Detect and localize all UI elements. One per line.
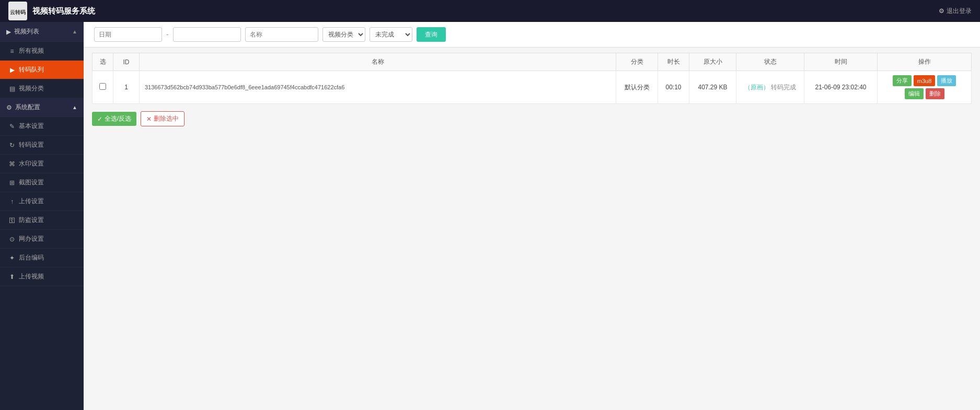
col-id: ID [113, 53, 140, 71]
config-icon: ⚙ [6, 104, 12, 111]
category-select[interactable]: 视频分类 默认分类 [322, 27, 365, 42]
sidebar-group-system-config[interactable]: ⚙ 系统配置 ▲ [0, 98, 84, 117]
sidebar-item-label: 防盗设置 [19, 216, 44, 225]
sidebar-item-network-settings[interactable]: ⊙ 网办设置 [0, 230, 84, 249]
col-action: 操作 [878, 53, 972, 71]
sidebar-item-backend-encoding[interactable]: ✦ 后台编码 [0, 249, 84, 267]
chevron-down-icon: ▲ [72, 104, 77, 110]
play-button[interactable]: 播放 [937, 75, 956, 86]
select-all-button[interactable]: ✓ 全选/反选 [92, 112, 136, 126]
sidebar-group-video-list[interactable]: ▶ 视频列表 ▲ [0, 22, 84, 42]
sidebar-group-label: 视频列表 [14, 27, 39, 36]
row-name: 3136673d562bcb74d933ba577b0e6df8_6eee1ad… [140, 71, 616, 104]
sidebar-item-basic-settings[interactable]: ✎ 基本设置 [0, 117, 84, 136]
lock-icon: ⚿ [8, 217, 16, 224]
row-status: （原画） 转码完成 [736, 71, 804, 104]
sidebar-item-upload-settings[interactable]: ↑ 上传设置 [0, 192, 84, 211]
video-table: 选 ID 名称 分类 时长 原大小 状态 时间 操作 [92, 53, 972, 104]
thumbnail-icon: ⊞ [8, 179, 16, 186]
times-icon: ✕ [146, 115, 152, 123]
row-duration: 00:10 [658, 71, 689, 104]
sidebar-item-label: 基本设置 [19, 122, 44, 131]
sidebar-item-video-category[interactable]: ▤ 视频分类 [0, 79, 84, 98]
main-layout: ▶ 视频列表 ▲ ≡ 所有视频 ▶ 转码队列 ▤ 视频分类 ⚙ 系统配置 ▲ ✎… [0, 22, 980, 410]
chevron-up-icon: ▲ [72, 29, 77, 34]
bottom-bar: ✓ 全选/反选 ✕ 删除选中 [92, 108, 972, 130]
row-actions: 分享 m3u8 播放 编辑 删除 [878, 71, 972, 104]
row-time: 21-06-09 23:02:40 [804, 71, 878, 104]
app-title: 视频转码服务系统 [32, 6, 95, 16]
category-icon: ▤ [8, 85, 16, 92]
search-button[interactable]: 查询 [417, 27, 446, 42]
list-icon: ≡ [8, 48, 16, 55]
table-row: 1 3136673d562bcb74d933ba577b0e6df8_6eee1… [93, 71, 972, 104]
table-wrapper: 选 ID 名称 分类 时长 原大小 状态 时间 操作 [84, 48, 980, 410]
sidebar-item-video-queue[interactable]: ▶ 转码队列 [0, 61, 84, 79]
name-input[interactable] [245, 27, 318, 42]
date-start-input[interactable] [94, 27, 162, 42]
upload-icon: ↑ [8, 198, 16, 205]
sidebar-item-label: 网办设置 [19, 235, 44, 243]
content-area: - 视频分类 默认分类 未完成 全部 转码完成 转码失败 等待转码 查询 选 [84, 22, 980, 410]
svg-text:云转码: 云转码 [10, 9, 26, 15]
row-category: 默认分类 [616, 71, 658, 104]
status-original-badge: （原画） [744, 84, 769, 91]
row-checkbox[interactable] [93, 71, 113, 104]
header-left: 云转码 视频转码服务系统 [8, 2, 95, 20]
sidebar-item-thumbnail-settings[interactable]: ⊞ 截图设置 [0, 173, 84, 192]
sidebar-group-config-label: 系统配置 [15, 103, 40, 112]
sidebar-item-watermark-settings[interactable]: ⌘ 水印设置 [0, 155, 84, 173]
sidebar-item-anti-leech[interactable]: ⚿ 防盗设置 [0, 211, 84, 230]
sidebar-item-label: 截图设置 [19, 178, 44, 187]
share-button[interactable]: 分享 [893, 75, 912, 86]
header-right: ⚙ 退出登录 [939, 7, 972, 16]
sidebar-item-label: 转码队列 [19, 65, 44, 74]
row-select-checkbox[interactable] [99, 83, 106, 90]
col-category: 分类 [616, 53, 658, 71]
sidebar-item-label: 上传设置 [19, 197, 44, 206]
select-all-label: 全选/反选 [105, 114, 131, 123]
app-logo: 云转码 [8, 2, 27, 20]
settings-icon[interactable]: ⚙ [939, 7, 944, 15]
sidebar-item-label: 所有视频 [19, 46, 44, 55]
sidebar-item-upload-video[interactable]: ⬆ 上传视频 [0, 267, 84, 286]
upload-video-icon: ⬆ [8, 273, 16, 280]
col-time: 时间 [804, 53, 878, 71]
date-end-input[interactable] [173, 27, 241, 42]
edit-icon: ✎ [8, 123, 16, 130]
status-select[interactable]: 未完成 全部 转码完成 转码失败 等待转码 [370, 27, 412, 42]
user-action[interactable]: 退出登录 [947, 7, 972, 16]
queue-icon: ▶ [8, 66, 16, 74]
sidebar-item-label: 转码设置 [19, 140, 44, 149]
network-icon: ⊙ [8, 236, 16, 243]
row-size: 407.29 KB [689, 71, 736, 104]
sidebar-item-label: 水印设置 [19, 159, 44, 168]
col-name: 名称 [140, 53, 616, 71]
edit-button[interactable]: 编辑 [905, 88, 924, 99]
col-select: 选 [93, 53, 113, 71]
sidebar-item-all-videos[interactable]: ≡ 所有视频 [0, 42, 84, 61]
sidebar-item-label: 视频分类 [19, 84, 44, 93]
date-range-dash: - [166, 30, 169, 39]
col-duration: 时长 [658, 53, 689, 71]
check-icon: ✓ [97, 115, 102, 123]
sidebar-item-label: 上传视频 [19, 272, 44, 281]
video-list-icon: ▶ [6, 28, 11, 36]
col-status: 状态 [736, 53, 804, 71]
col-size: 原大小 [689, 53, 736, 71]
delete-selected-label: 删除选中 [154, 114, 179, 123]
sidebar-item-transcode-settings[interactable]: ↻ 转码设置 [0, 136, 84, 155]
transcode-icon: ↻ [8, 142, 16, 149]
m3u8-button[interactable]: m3u8 [914, 75, 936, 86]
watermark-icon: ⌘ [8, 160, 16, 168]
delete-selected-button[interactable]: ✕ 删除选中 [141, 111, 185, 126]
status-complete-badge: 转码完成 [771, 84, 796, 91]
backend-icon: ✦ [8, 254, 16, 262]
filter-bar: - 视频分类 默认分类 未完成 全部 转码完成 转码失败 等待转码 查询 [84, 22, 980, 48]
top-header: 云转码 视频转码服务系统 ⚙ 退出登录 [0, 0, 980, 22]
delete-button[interactable]: 删除 [926, 88, 944, 99]
sidebar-item-label: 后台编码 [19, 253, 44, 262]
sidebar: ▶ 视频列表 ▲ ≡ 所有视频 ▶ 转码队列 ▤ 视频分类 ⚙ 系统配置 ▲ ✎… [0, 22, 84, 410]
row-id: 1 [113, 71, 140, 104]
